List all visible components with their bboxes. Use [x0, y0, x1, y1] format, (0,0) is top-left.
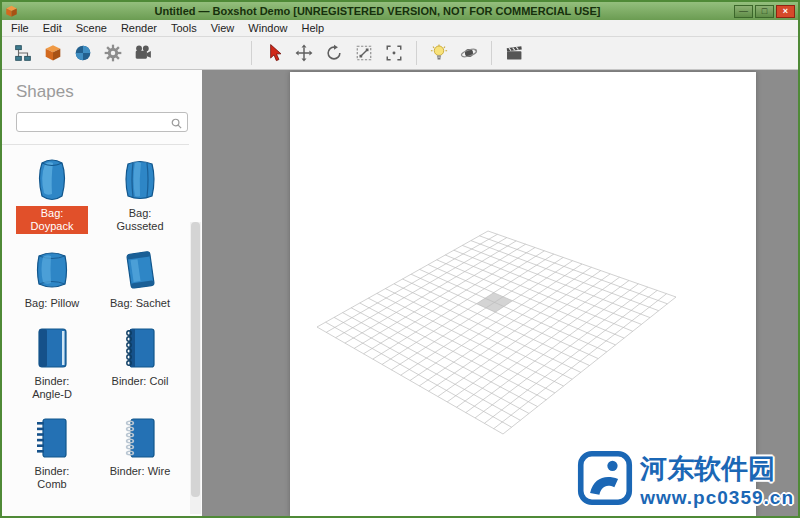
select-arrow-button[interactable]	[259, 39, 289, 67]
shape-item-binder-coil[interactable]: Binder: Coil	[98, 325, 182, 402]
shape-item-bag-doypack[interactable]: Bag: Doypack	[10, 157, 94, 234]
shapes-list: Bag: DoypackBag: GussetedBag: PillowBag:…	[2, 145, 202, 492]
orbit-button[interactable]	[454, 39, 484, 67]
bag-gusseted-icon	[120, 157, 160, 203]
bag-doypack-icon	[32, 157, 72, 203]
shape-item-bag-sachet[interactable]: Bag: Sachet	[98, 247, 182, 311]
materials-sphere-button[interactable]	[68, 39, 98, 67]
menu-view[interactable]: View	[204, 21, 242, 35]
rotate-tool-button[interactable]	[319, 39, 349, 67]
shape-item-bag-pillow[interactable]: Bag: Pillow	[10, 247, 94, 311]
bag-sachet-icon	[120, 247, 160, 293]
watermark: 河东软件园 www.pc0359.cn	[577, 450, 794, 510]
shape-item-label: Binder: Comb	[16, 464, 88, 492]
titlebar[interactable]: Untitled — Boxshot Demo [UNREGISTERED VE…	[2, 2, 798, 20]
shape-item-label: Binder: Coil	[108, 374, 173, 389]
scene-tree-button[interactable]	[8, 39, 38, 67]
app-window: Untitled — Boxshot Demo [UNREGISTERED VE…	[0, 0, 800, 518]
shapes-cube-button[interactable]	[38, 39, 68, 67]
menu-render[interactable]: Render	[114, 21, 164, 35]
maximize-button[interactable]: □	[755, 5, 774, 18]
panel-title: Shapes	[16, 82, 202, 102]
light-button[interactable]	[424, 39, 454, 67]
shape-item-label: Binder: Angle-D	[16, 374, 88, 402]
app-icon	[5, 4, 19, 18]
shape-item-binder-angle-d[interactable]: Binder: Angle-D	[10, 325, 94, 402]
menu-edit[interactable]: Edit	[36, 21, 69, 35]
shape-item-label: Bag: Pillow	[21, 296, 83, 311]
binder-coil-icon	[120, 325, 160, 371]
shape-item-binder-comb[interactable]: Binder: Comb	[10, 415, 94, 492]
toolbar-separator	[491, 41, 492, 65]
watermark-site-name: 河东软件园	[640, 451, 775, 487]
menu-help[interactable]: Help	[294, 21, 331, 35]
minimize-button[interactable]: —	[734, 5, 753, 18]
watermark-logo-icon	[577, 450, 633, 510]
move-tool-button[interactable]	[289, 39, 319, 67]
shapes-search-input[interactable]	[16, 112, 188, 132]
window-title: Untitled — Boxshot Demo [UNREGISTERED VE…	[23, 5, 732, 17]
scrollbar-thumb[interactable]	[191, 222, 200, 497]
toolbar-separator	[251, 41, 252, 65]
binder-wire-icon	[120, 415, 160, 461]
window-controls: — □ ×	[732, 5, 795, 18]
menu-tools[interactable]: Tools	[164, 21, 204, 35]
close-button[interactable]: ×	[776, 5, 795, 18]
toolbar-separator	[416, 41, 417, 65]
render-clapper-button[interactable]	[499, 39, 529, 67]
scale-tool-button[interactable]	[349, 39, 379, 67]
frame-tool-button[interactable]	[379, 39, 409, 67]
shape-item-label: Bag: Gusseted	[104, 206, 176, 234]
shape-item-bag-gusseted[interactable]: Bag: Gusseted	[98, 157, 182, 234]
shape-item-label: Bag: Sachet	[106, 296, 174, 311]
watermark-url: www.pc0359.cn	[640, 487, 794, 509]
settings-gear-button[interactable]	[98, 39, 128, 67]
bag-pillow-icon	[32, 247, 72, 293]
toolbar	[2, 37, 798, 70]
menu-window[interactable]: Window	[241, 21, 294, 35]
shape-item-label: Binder: Wire	[106, 464, 175, 479]
camera-button[interactable]	[128, 39, 158, 67]
binder-angle-d-icon	[32, 325, 72, 371]
content-area: Shapes Bag: DoypackBag: GussetedBag: Pil…	[2, 70, 798, 516]
menubar: File Edit Scene Render Tools View Window…	[2, 20, 798, 37]
shape-item-binder-wire[interactable]: Binder: Wire	[98, 415, 182, 492]
shapes-panel: Shapes Bag: DoypackBag: GussetedBag: Pil…	[2, 70, 202, 516]
shape-item-label: Bag: Doypack	[16, 206, 88, 234]
binder-comb-icon	[32, 415, 72, 461]
shapes-scrollbar[interactable]	[190, 222, 201, 514]
menu-scene[interactable]: Scene	[69, 21, 114, 35]
search-icon	[170, 116, 183, 134]
menu-file[interactable]: File	[4, 21, 36, 35]
